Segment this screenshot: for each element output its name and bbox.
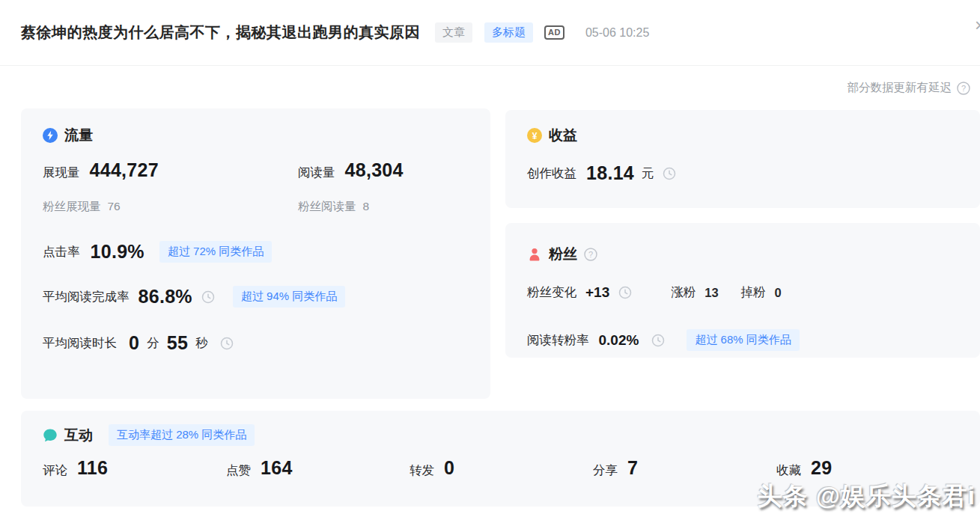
fan-change-label: 粉丝变化 bbox=[527, 284, 576, 301]
clock-icon bbox=[220, 337, 234, 350]
fan-gain-label: 涨粉 bbox=[671, 284, 696, 301]
fan-impressions-metric: 粉丝展现量 76 bbox=[43, 199, 121, 215]
creation-revenue-metric: 创作收益 18.14 元 bbox=[527, 162, 676, 184]
clock-icon bbox=[618, 286, 632, 299]
yuan-coin-icon: ¥ bbox=[527, 128, 542, 143]
favorites-label: 收藏 bbox=[776, 462, 801, 479]
completion-label: 平均阅读完成率 bbox=[43, 289, 130, 305]
revenue-card-title: 收益 bbox=[549, 126, 577, 145]
duration-seconds: 55 bbox=[167, 332, 188, 354]
data-delay-notice: 部分数据更新有延迟 ? bbox=[847, 80, 971, 96]
clock-icon bbox=[663, 167, 676, 180]
fan-change-value: +13 bbox=[585, 284, 609, 301]
fan-impressions-label: 粉丝展现量 bbox=[43, 199, 101, 215]
traffic-card-header: 流量 bbox=[43, 126, 93, 145]
svg-text:?: ? bbox=[961, 84, 966, 93]
likes-stat: 点赞 164 bbox=[226, 457, 410, 479]
likes-value: 164 bbox=[261, 457, 293, 479]
duration-minutes: 0 bbox=[129, 332, 139, 354]
duration-minutes-unit: 分 bbox=[147, 335, 159, 352]
svg-text:¥: ¥ bbox=[532, 131, 538, 141]
revenue-card: ¥ 收益 创作收益 18.14 元 bbox=[505, 110, 980, 208]
help-icon[interactable]: ? bbox=[584, 248, 597, 261]
reposts-value: 0 bbox=[444, 457, 454, 479]
impressions-label: 展现量 bbox=[43, 165, 80, 181]
favorites-stat: 收藏 29 bbox=[776, 457, 960, 479]
interaction-stats-row: 评论 116 点赞 164 转发 0 分享 7 收藏 29 bbox=[43, 457, 960, 479]
lightning-icon bbox=[43, 128, 58, 143]
shares-label: 分享 bbox=[593, 462, 618, 479]
reposts-label: 转发 bbox=[410, 462, 434, 479]
notice-text: 部分数据更新有延迟 bbox=[847, 80, 952, 96]
clock-icon bbox=[201, 290, 215, 304]
fan-change-metric: 粉丝变化 +13 涨粉 13 掉粉 0 bbox=[527, 284, 782, 301]
duration-metric: 平均阅读时长 0 分 55 秒 bbox=[43, 332, 234, 354]
creation-revenue-value: 18.14 bbox=[586, 162, 634, 184]
help-icon[interactable]: ? bbox=[957, 82, 970, 95]
ctr-value: 10.9% bbox=[91, 241, 144, 263]
content-type-tag: 文章 bbox=[435, 22, 472, 43]
reposts-stat: 转发 0 bbox=[410, 457, 593, 479]
ctr-label: 点击率 bbox=[43, 244, 80, 260]
ad-icon: AD bbox=[544, 25, 564, 40]
read-to-fan-metric: 阅读转粉率 0.02% 超过 68% 同类作品 bbox=[527, 329, 800, 351]
fan-reads-metric: 粉丝阅读量 8 bbox=[298, 199, 369, 215]
toutiao-watermark: 头条 @娱乐头条君i bbox=[757, 480, 976, 513]
fan-loss-label: 掉粉 bbox=[741, 284, 766, 301]
clock-icon bbox=[651, 334, 665, 347]
fans-card: 粉丝 ? 粉丝变化 +13 涨粉 13 掉粉 0 阅读转粉 bbox=[505, 223, 980, 358]
multi-title-tag: 多标题 bbox=[484, 22, 533, 43]
shares-value: 7 bbox=[627, 457, 638, 479]
header: 蔡徐坤的热度为什么居高不下，揭秘其退出跑男的真实原因 文章 多标题 AD 05-… bbox=[0, 0, 980, 66]
fan-reads-label: 粉丝阅读量 bbox=[298, 199, 356, 215]
reads-metric: 阅读量 48,304 bbox=[298, 159, 404, 181]
traffic-card-title: 流量 bbox=[64, 126, 93, 145]
fans-card-title: 粉丝 bbox=[549, 245, 577, 264]
comments-value: 116 bbox=[77, 457, 108, 479]
completion-value: 86.8% bbox=[139, 286, 192, 308]
likes-label: 点赞 bbox=[226, 462, 251, 479]
reads-label: 阅读量 bbox=[298, 165, 335, 181]
analytics-panel: 蔡徐坤的热度为什么居高不下，揭秘其退出跑男的真实原因 文章 多标题 AD 05-… bbox=[0, 0, 980, 523]
revenue-card-header: ¥ 收益 bbox=[527, 126, 577, 145]
impressions-value: 444,727 bbox=[90, 159, 159, 181]
impressions-metric: 展现量 444,727 bbox=[43, 159, 159, 181]
close-icon[interactable]: × bbox=[975, 16, 980, 34]
fans-card-header: 粉丝 ? bbox=[527, 245, 597, 264]
svg-text:?: ? bbox=[588, 250, 593, 259]
fan-gain-value: 13 bbox=[704, 286, 718, 300]
traffic-card: 流量 展现量 444,727 阅读量 48,304 粉丝展现量 76 粉丝阅读量… bbox=[21, 108, 490, 399]
publish-timestamp: 05-06 10:25 bbox=[585, 26, 649, 40]
interaction-card-header: 互动 互动率超过 28% 同类作品 bbox=[43, 424, 255, 446]
creation-revenue-unit: 元 bbox=[642, 165, 654, 182]
interaction-card-title: 互动 bbox=[64, 426, 93, 445]
reads-value: 48,304 bbox=[345, 159, 404, 181]
completion-metric: 平均阅读完成率 86.8% 超过 94% 同类作品 bbox=[43, 286, 345, 308]
read-to-fan-comparison-badge: 超过 68% 同类作品 bbox=[687, 329, 799, 351]
fan-reads-value: 8 bbox=[363, 200, 370, 213]
duration-label: 平均阅读时长 bbox=[43, 335, 117, 352]
read-to-fan-value: 0.02% bbox=[599, 332, 639, 349]
person-icon bbox=[527, 247, 542, 262]
article-title: 蔡徐坤的热度为什么居高不下，揭秘其退出跑男的真实原因 bbox=[21, 22, 420, 43]
ctr-comparison-badge: 超过 72% 同类作品 bbox=[159, 241, 272, 263]
interaction-comparison-badge: 互动率超过 28% 同类作品 bbox=[109, 424, 255, 446]
completion-comparison-badge: 超过 94% 同类作品 bbox=[233, 286, 345, 308]
comments-stat: 评论 116 bbox=[43, 457, 226, 479]
chat-bubble-icon bbox=[43, 428, 58, 443]
read-to-fan-label: 阅读转粉率 bbox=[527, 332, 589, 349]
creation-revenue-label: 创作收益 bbox=[527, 165, 576, 182]
fan-impressions-value: 76 bbox=[108, 200, 121, 213]
shares-stat: 分享 7 bbox=[593, 457, 776, 479]
ctr-metric: 点击率 10.9% 超过 72% 同类作品 bbox=[43, 241, 272, 263]
favorites-value: 29 bbox=[811, 457, 832, 479]
fan-loss-value: 0 bbox=[775, 286, 782, 300]
comments-label: 评论 bbox=[43, 462, 67, 479]
duration-seconds-unit: 秒 bbox=[195, 335, 208, 352]
